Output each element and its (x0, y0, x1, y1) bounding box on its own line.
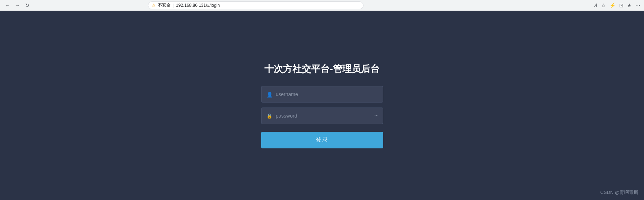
security-warning-icon: ⚠ (152, 3, 156, 8)
extension-icon[interactable]: ⚡ (610, 3, 616, 8)
password-input[interactable] (276, 113, 374, 119)
user-icon (267, 91, 272, 97)
warning-text: 不安全 (158, 2, 171, 8)
split-view-icon[interactable]: ⊡ (619, 3, 624, 8)
separator: | (173, 3, 174, 8)
url-text: 192.168.86.131/#/login (176, 3, 220, 8)
back-button[interactable]: ← (4, 2, 11, 9)
password-input-group[interactable]: 〜 (261, 108, 383, 124)
forward-button[interactable]: → (14, 2, 21, 9)
settings-icon[interactable]: ⋯ (635, 3, 640, 8)
page-title: 十次方社交平台-管理员后台 (264, 63, 380, 75)
password-toggle-icon[interactable]: 〜 (374, 113, 378, 119)
login-form-container: 十次方社交平台-管理员后台 〜 登录 (261, 63, 383, 148)
browser-toolbar-icons: 𝐴 ☆ ⚡ ⊡ ★ ⋯ (594, 2, 640, 8)
profile-icon[interactable]: 𝐴 (594, 2, 598, 8)
page-background: 十次方社交平台-管理员后台 〜 登录 CSDN @青啊青斯 (0, 11, 644, 200)
browser-chrome: ← → ↻ ⚠ 不安全 | 192.168.86.131/#/login 𝐴 ☆… (0, 0, 644, 11)
username-input-group[interactable] (261, 86, 383, 103)
bookmark-icon[interactable]: ☆ (601, 3, 606, 8)
lock-icon (267, 113, 272, 119)
login-button[interactable]: 登录 (261, 132, 383, 148)
refresh-button[interactable]: ↻ (24, 2, 31, 9)
address-bar[interactable]: ⚠ 不安全 | 192.168.86.131/#/login (148, 1, 363, 9)
favorites-icon[interactable]: ★ (627, 3, 632, 8)
watermark: CSDN @青啊青斯 (600, 189, 638, 196)
username-input[interactable] (276, 91, 378, 97)
